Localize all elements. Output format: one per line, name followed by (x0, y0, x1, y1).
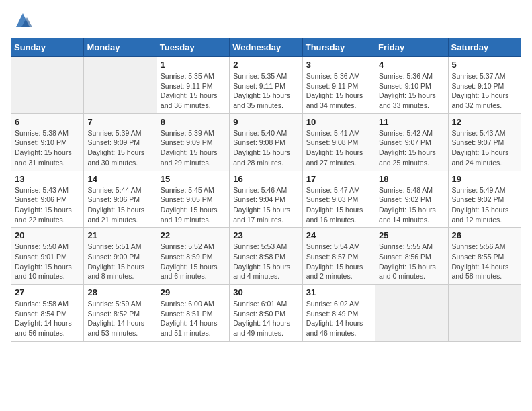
day-info: Sunrise: 5:59 AM Sunset: 8:52 PM Dayligh… (87, 299, 152, 338)
day-cell: 10Sunrise: 5:41 AM Sunset: 9:08 PM Dayli… (302, 113, 375, 171)
day-info: Sunrise: 5:53 AM Sunset: 8:58 PM Dayligh… (233, 242, 298, 281)
day-info: Sunrise: 5:35 AM Sunset: 9:11 PM Dayligh… (161, 71, 226, 111)
day-number: 19 (452, 174, 517, 184)
day-number: 5 (452, 60, 517, 70)
day-number: 9 (233, 117, 298, 127)
day-info: Sunrise: 5:55 AM Sunset: 8:56 PM Dayligh… (379, 242, 444, 281)
day-number: 23 (233, 230, 298, 240)
day-number: 12 (452, 117, 517, 127)
day-number: 17 (306, 174, 371, 184)
calendar-header: SundayMondayTuesdayWednesdayThursdayFrid… (11, 38, 521, 57)
day-info: Sunrise: 6:01 AM Sunset: 8:50 PM Dayligh… (233, 299, 298, 338)
day-cell: 27Sunrise: 5:58 AM Sunset: 8:54 PM Dayli… (11, 285, 84, 342)
day-info: Sunrise: 5:42 AM Sunset: 9:07 PM Dayligh… (379, 128, 444, 168)
day-number: 27 (15, 287, 80, 298)
day-number: 2 (233, 60, 298, 70)
day-info: Sunrise: 5:49 AM Sunset: 9:02 PM Dayligh… (452, 185, 517, 225)
day-number: 20 (15, 230, 80, 240)
day-info: Sunrise: 5:43 AM Sunset: 9:06 PM Dayligh… (15, 185, 80, 225)
header-cell-monday: Monday (84, 38, 157, 57)
day-info: Sunrise: 5:39 AM Sunset: 9:09 PM Dayligh… (87, 128, 152, 168)
day-number: 21 (87, 230, 152, 240)
week-row-3: 13Sunrise: 5:43 AM Sunset: 9:06 PM Dayli… (11, 171, 521, 228)
day-cell: 11Sunrise: 5:42 AM Sunset: 9:07 PM Dayli… (375, 113, 448, 171)
day-info: Sunrise: 5:41 AM Sunset: 9:08 PM Dayligh… (306, 128, 371, 168)
day-number: 8 (161, 117, 226, 127)
day-number: 7 (87, 117, 152, 127)
day-info: Sunrise: 5:43 AM Sunset: 9:07 PM Dayligh… (452, 128, 517, 168)
day-info: Sunrise: 6:02 AM Sunset: 8:49 PM Dayligh… (306, 299, 371, 338)
week-row-1: 1Sunrise: 5:35 AM Sunset: 9:11 PM Daylig… (11, 57, 521, 114)
day-info: Sunrise: 5:48 AM Sunset: 9:02 PM Dayligh… (379, 185, 444, 225)
day-info: Sunrise: 5:45 AM Sunset: 9:05 PM Dayligh… (161, 185, 226, 225)
day-number: 4 (379, 60, 444, 70)
header-row: SundayMondayTuesdayWednesdayThursdayFrid… (11, 38, 521, 57)
day-cell: 26Sunrise: 5:56 AM Sunset: 8:55 PM Dayli… (448, 228, 521, 285)
day-number: 14 (87, 174, 152, 184)
day-cell: 5Sunrise: 5:37 AM Sunset: 9:10 PM Daylig… (448, 57, 521, 114)
logo (11, 11, 32, 30)
day-cell: 15Sunrise: 5:45 AM Sunset: 9:05 PM Dayli… (157, 171, 229, 228)
day-number: 10 (306, 117, 371, 127)
day-cell (11, 57, 84, 114)
day-number: 28 (87, 287, 152, 298)
day-info: Sunrise: 5:36 AM Sunset: 9:10 PM Dayligh… (379, 71, 444, 111)
day-cell: 8Sunrise: 5:39 AM Sunset: 9:09 PM Daylig… (157, 113, 229, 171)
day-cell: 9Sunrise: 5:40 AM Sunset: 9:08 PM Daylig… (230, 113, 302, 171)
day-cell: 1Sunrise: 5:35 AM Sunset: 9:11 PM Daylig… (157, 57, 229, 114)
day-cell: 16Sunrise: 5:46 AM Sunset: 9:04 PM Dayli… (230, 171, 302, 228)
day-number: 29 (161, 287, 226, 298)
day-info: Sunrise: 5:56 AM Sunset: 8:55 PM Dayligh… (452, 242, 517, 281)
day-cell: 22Sunrise: 5:52 AM Sunset: 8:59 PM Dayli… (157, 228, 229, 285)
day-info: Sunrise: 5:54 AM Sunset: 8:57 PM Dayligh… (306, 242, 371, 281)
day-number: 13 (15, 174, 80, 184)
day-cell: 4Sunrise: 5:36 AM Sunset: 9:10 PM Daylig… (375, 57, 448, 114)
day-cell: 30Sunrise: 6:01 AM Sunset: 8:50 PM Dayli… (230, 285, 302, 342)
day-number: 22 (161, 230, 226, 240)
week-row-5: 27Sunrise: 5:58 AM Sunset: 8:54 PM Dayli… (11, 285, 521, 342)
day-cell: 2Sunrise: 5:35 AM Sunset: 9:11 PM Daylig… (230, 57, 302, 114)
day-cell: 29Sunrise: 6:00 AM Sunset: 8:51 PM Dayli… (157, 285, 229, 342)
day-cell: 3Sunrise: 5:36 AM Sunset: 9:11 PM Daylig… (302, 57, 375, 114)
week-row-4: 20Sunrise: 5:50 AM Sunset: 9:01 PM Dayli… (11, 228, 521, 285)
day-info: Sunrise: 5:47 AM Sunset: 9:03 PM Dayligh… (306, 185, 371, 225)
calendar-body: 1Sunrise: 5:35 AM Sunset: 9:11 PM Daylig… (11, 57, 521, 342)
day-cell: 20Sunrise: 5:50 AM Sunset: 9:01 PM Dayli… (11, 228, 84, 285)
day-cell: 21Sunrise: 5:51 AM Sunset: 9:00 PM Dayli… (84, 228, 157, 285)
day-cell: 24Sunrise: 5:54 AM Sunset: 8:57 PM Dayli… (302, 228, 375, 285)
day-info: Sunrise: 5:52 AM Sunset: 8:59 PM Dayligh… (161, 242, 226, 281)
logo-icon (13, 11, 32, 30)
day-number: 31 (306, 287, 371, 298)
day-cell (448, 285, 521, 342)
day-number: 26 (452, 230, 517, 240)
day-number: 16 (233, 174, 298, 184)
day-cell: 25Sunrise: 5:55 AM Sunset: 8:56 PM Dayli… (375, 228, 448, 285)
day-info: Sunrise: 5:58 AM Sunset: 8:54 PM Dayligh… (15, 299, 80, 338)
day-cell: 7Sunrise: 5:39 AM Sunset: 9:09 PM Daylig… (84, 113, 157, 171)
day-cell: 12Sunrise: 5:43 AM Sunset: 9:07 PM Dayli… (448, 113, 521, 171)
header-cell-tuesday: Tuesday (157, 38, 229, 57)
header-cell-thursday: Thursday (302, 38, 375, 57)
week-row-2: 6Sunrise: 5:38 AM Sunset: 9:10 PM Daylig… (11, 113, 521, 171)
day-number: 30 (233, 287, 298, 298)
day-cell (84, 57, 157, 114)
day-cell: 6Sunrise: 5:38 AM Sunset: 9:10 PM Daylig… (11, 113, 84, 171)
day-cell: 19Sunrise: 5:49 AM Sunset: 9:02 PM Dayli… (448, 171, 521, 228)
header-cell-saturday: Saturday (448, 38, 521, 57)
day-info: Sunrise: 5:51 AM Sunset: 9:00 PM Dayligh… (87, 242, 152, 281)
day-info: Sunrise: 5:46 AM Sunset: 9:04 PM Dayligh… (233, 185, 298, 225)
day-number: 11 (379, 117, 444, 127)
day-cell (375, 285, 448, 342)
day-cell: 28Sunrise: 5:59 AM Sunset: 8:52 PM Dayli… (84, 285, 157, 342)
day-info: Sunrise: 5:50 AM Sunset: 9:01 PM Dayligh… (15, 242, 80, 281)
day-cell: 13Sunrise: 5:43 AM Sunset: 9:06 PM Dayli… (11, 171, 84, 228)
day-info: Sunrise: 5:38 AM Sunset: 9:10 PM Dayligh… (15, 128, 80, 168)
day-cell: 17Sunrise: 5:47 AM Sunset: 9:03 PM Dayli… (302, 171, 375, 228)
day-info: Sunrise: 5:44 AM Sunset: 9:06 PM Dayligh… (87, 185, 152, 225)
header-cell-friday: Friday (375, 38, 448, 57)
day-info: Sunrise: 5:39 AM Sunset: 9:09 PM Dayligh… (161, 128, 226, 168)
day-cell: 31Sunrise: 6:02 AM Sunset: 8:49 PM Dayli… (302, 285, 375, 342)
day-number: 6 (15, 117, 80, 127)
day-number: 24 (306, 230, 371, 240)
day-cell: 14Sunrise: 5:44 AM Sunset: 9:06 PM Dayli… (84, 171, 157, 228)
